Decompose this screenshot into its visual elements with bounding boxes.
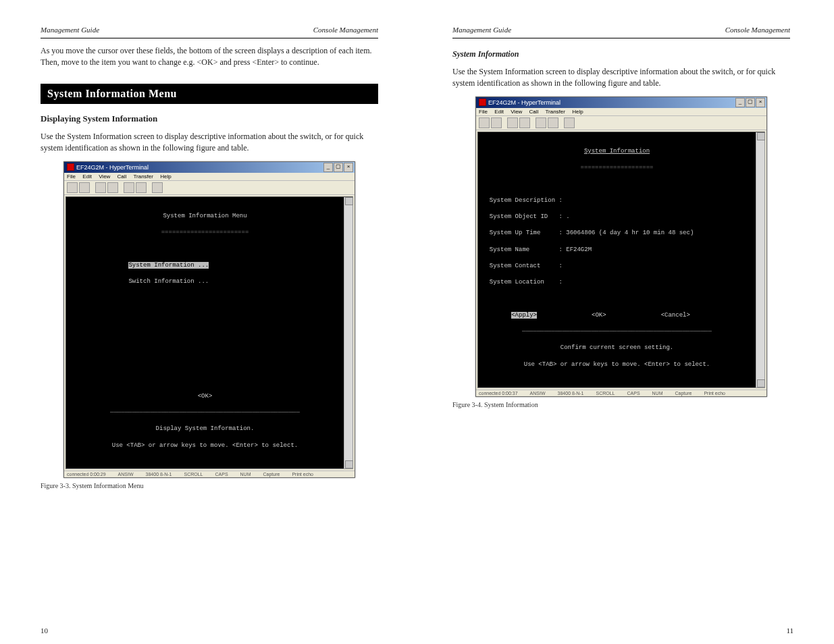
status-cell: Print echo xyxy=(704,391,725,396)
ok-button[interactable]: <OK> xyxy=(70,392,340,400)
toolbar-button[interactable] xyxy=(107,182,118,193)
field-value: EF24G2M xyxy=(566,246,592,253)
maximize-button[interactable]: ▢ xyxy=(746,98,755,107)
toolbar-button[interactable] xyxy=(124,182,134,193)
page-left: Management Guide Console Management As y… xyxy=(41,0,378,489)
menu-item[interactable]: File xyxy=(67,173,76,180)
app-icon xyxy=(67,163,74,171)
status-cell: Capture xyxy=(675,391,692,396)
status-bar: connected 0:00:37 ANSIW 38400 8-N-1 SCRO… xyxy=(476,390,766,396)
menu-item[interactable]: Call xyxy=(529,109,539,115)
header-rule xyxy=(452,38,790,38)
term-title: System Information xyxy=(584,148,650,155)
status-cell: 38400 8-N-1 xyxy=(146,472,172,477)
menu-option-selected[interactable]: System Information ... xyxy=(128,262,209,269)
status-cell: connected 0:00:37 xyxy=(479,391,518,396)
toolbar-button[interactable] xyxy=(152,182,163,193)
field-value: 36064806 (4 day 4 hr 10 min 48 sec) xyxy=(566,230,694,236)
menu-bar: File Edit View Call Transfer Help xyxy=(64,173,355,181)
ok-button[interactable]: <OK> xyxy=(592,312,606,319)
terminal-output: System Information ==================== … xyxy=(478,132,756,387)
menu-item[interactable]: View xyxy=(511,109,522,115)
figure-caption: Figure 3-3. System Information Menu xyxy=(41,482,378,489)
maximize-button[interactable]: ▢ xyxy=(334,163,343,172)
minimize-button[interactable]: _ xyxy=(735,98,745,107)
toolbar-button[interactable] xyxy=(507,117,518,128)
window-titlebar: EF24G2M - HyperTerminal _ ▢ × xyxy=(476,97,766,108)
term-title: System Information Menu xyxy=(70,212,340,220)
menu-option[interactable]: Switch Information ... xyxy=(128,278,209,285)
app-icon xyxy=(479,99,486,106)
menu-item[interactable]: Help xyxy=(572,109,583,115)
status-cell: SCROLL xyxy=(184,472,203,477)
status-cell: NUM xyxy=(240,472,251,477)
toolbar xyxy=(476,116,766,130)
page-right: Management Guide Console Management Syst… xyxy=(452,0,790,408)
status-cell: NUM xyxy=(652,391,663,396)
status-cell: Print echo xyxy=(292,472,313,477)
field-label: System Name xyxy=(490,246,529,253)
toolbar-button[interactable] xyxy=(548,117,558,128)
status-cell: SCROLL xyxy=(596,391,615,396)
toolbar-button[interactable] xyxy=(136,182,147,193)
window-titlebar: EF24G2M - HyperTerminal _ ▢ × xyxy=(64,162,355,173)
scrollbar[interactable] xyxy=(756,132,764,387)
term-rule: ────────────────────────────────────────… xyxy=(482,327,752,336)
header-section: Console Management xyxy=(313,26,378,34)
figure-caption: Figure 3-4. System Information xyxy=(452,401,790,408)
scrollbar[interactable] xyxy=(344,197,353,469)
hint-line: Use <TAB> or arrow keys to move. <Enter>… xyxy=(70,441,340,450)
toolbar-button[interactable] xyxy=(67,182,78,193)
status-cell: CAPS xyxy=(627,391,640,396)
toolbar xyxy=(64,181,355,195)
menu-bar: File Edit View Call Transfer Help xyxy=(476,108,766,116)
term-rule: ────────────────────────────────────────… xyxy=(70,408,340,417)
field-label: System Description xyxy=(490,197,555,204)
toolbar-button[interactable] xyxy=(95,182,106,193)
hyperterminal-window: EF24G2M - HyperTerminal _ ▢ × File Edit … xyxy=(63,161,355,479)
header-right-page: Management Guide Console Management xyxy=(452,0,790,38)
window-title: EF24G2M - HyperTerminal xyxy=(488,99,561,106)
header-rule xyxy=(41,38,378,38)
header-left-page: Management Guide Console Management xyxy=(41,0,378,38)
window-title: EF24G2M - HyperTerminal xyxy=(76,164,149,171)
menu-item[interactable]: Edit xyxy=(82,173,92,180)
subheading-italic: System Information xyxy=(452,49,790,59)
toolbar-button[interactable] xyxy=(564,117,575,128)
status-cell: connected 0:00:29 xyxy=(67,472,106,477)
hint-line: Use <TAB> or arrow keys to move. <Enter>… xyxy=(482,360,752,369)
toolbar-button[interactable] xyxy=(479,117,490,128)
hint-line: Display System Information. xyxy=(70,425,340,433)
header-title: Management Guide xyxy=(452,26,511,34)
close-button[interactable]: × xyxy=(344,163,353,172)
toolbar-button[interactable] xyxy=(519,117,530,128)
field-value: . xyxy=(566,213,569,220)
status-cell: CAPS xyxy=(215,472,228,477)
menu-item[interactable]: View xyxy=(99,173,110,180)
apply-button[interactable]: <Apply> xyxy=(511,312,537,319)
page-number: 11 xyxy=(786,626,793,635)
menu-item[interactable]: Call xyxy=(118,173,127,180)
cancel-button[interactable]: <Cancel> xyxy=(661,312,690,319)
status-bar: connected 0:00:29 ANSIW 38400 8-N-1 SCRO… xyxy=(64,471,355,477)
section-heading: System Information Menu xyxy=(41,84,378,104)
field-label: System Location xyxy=(490,279,544,286)
close-button[interactable]: × xyxy=(756,98,765,107)
status-cell: ANSIW xyxy=(118,472,134,477)
subheading: Displaying System Information xyxy=(41,113,378,124)
menu-item[interactable]: Transfer xyxy=(545,109,565,115)
field-label: System Object ID xyxy=(490,213,548,220)
menu-item[interactable]: Help xyxy=(160,173,171,180)
menu-item[interactable]: Transfer xyxy=(133,173,153,180)
toolbar-button[interactable] xyxy=(491,117,502,128)
terminal-output: System Information Menu ================… xyxy=(66,197,344,469)
header-section: Console Management xyxy=(725,26,790,34)
status-cell: 38400 8-N-1 xyxy=(558,391,584,396)
menu-item[interactable]: Edit xyxy=(494,109,504,115)
term-underline: ==================== xyxy=(482,163,752,171)
menu-item[interactable]: File xyxy=(479,109,488,115)
minimize-button[interactable]: _ xyxy=(323,163,333,172)
hint-line: Confirm current screen setting. xyxy=(482,344,752,352)
toolbar-button[interactable] xyxy=(536,117,546,128)
toolbar-button[interactable] xyxy=(79,182,90,193)
